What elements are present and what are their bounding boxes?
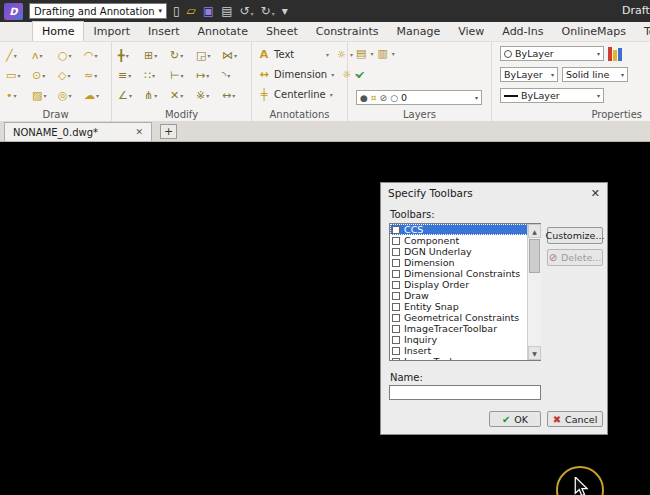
tab-add-ins[interactable]: Add-Ins [493, 22, 552, 41]
line-icon[interactable]: ╱▾ [6, 45, 32, 65]
toolbar-list-item[interactable]: Entity Snap [390, 301, 540, 312]
ellipse-icon[interactable]: ⊙▾ [32, 65, 58, 85]
tab-insert[interactable]: Insert [139, 22, 189, 41]
ring-icon[interactable]: ◎▾ [58, 85, 84, 105]
polygon-icon[interactable]: ◇▾ [58, 65, 84, 85]
checkbox[interactable] [392, 347, 400, 355]
document-tab[interactable]: NONAME_0.dwg* ✕ [4, 122, 152, 141]
toolbars-list[interactable]: CCSComponentDGN UnderlayDimensionDimensi… [389, 223, 541, 361]
checkbox[interactable] [392, 358, 400, 362]
toolbar-list-item[interactable]: Inquiry [390, 334, 540, 345]
checkbox[interactable] [392, 226, 400, 234]
toolbar-list-item[interactable]: Layer Tools [390, 356, 540, 361]
name-input[interactable] [389, 385, 541, 400]
checkbox[interactable] [392, 336, 400, 344]
tab-view[interactable]: View [449, 22, 493, 41]
checkbox[interactable] [392, 314, 400, 322]
scale-icon[interactable]: ◲▾ [196, 45, 222, 65]
annotation-centerline-button[interactable]: ╪Centerline▾ [258, 86, 358, 103]
open-icon[interactable]: ▱ [187, 5, 196, 17]
toolbar-list-item[interactable]: CCS [390, 224, 540, 235]
tab-toolbox[interactable]: Toolbox [635, 22, 650, 41]
toolbar-list-item[interactable]: Dimension [390, 257, 540, 268]
list-scrollbar[interactable]: ▲ ▼ [527, 224, 541, 360]
move-icon[interactable]: ╋▾ [118, 45, 144, 65]
pattern-icon[interactable]: ∷▾ [144, 65, 170, 85]
undo-icon[interactable]: ↺▾ [240, 5, 254, 17]
toolbar-list-item[interactable]: Dimensional Constraints [390, 268, 540, 279]
app-logo-icon[interactable]: D [4, 3, 23, 20]
properties-painter-icon[interactable] [608, 47, 622, 61]
fillet-icon[interactable]: ◝▾ [222, 65, 248, 85]
annotation-text-button[interactable]: AText▾☼▾ [258, 46, 358, 63]
polyline-icon[interactable]: ʌ▾ [32, 45, 58, 65]
erase-icon[interactable]: ✕▾ [170, 85, 196, 105]
tab-constraints[interactable]: Constraints [307, 22, 388, 41]
toolbar-list-item[interactable]: Display Order [390, 279, 540, 290]
checkbox[interactable] [392, 270, 400, 278]
toolbar-list-item[interactable]: ImageTracerToolbar [390, 323, 540, 334]
toolbar-list-item[interactable]: Insert [390, 345, 540, 356]
customize-button[interactable]: Customize... [547, 227, 603, 244]
text-style-icon[interactable]: ☼ [337, 49, 346, 60]
copy-icon[interactable]: ⊞▾ [144, 45, 170, 65]
redo-icon[interactable]: ↻▾ [261, 5, 275, 17]
cloud-icon[interactable]: ☁▾ [84, 85, 110, 105]
spline-icon[interactable]: ≈▾ [84, 65, 110, 85]
toolbar-list-item[interactable]: Geometrical Constraints [390, 312, 540, 323]
linestyle-select[interactable]: Solid line ▾ [562, 67, 628, 82]
offset-icon[interactable]: ≡▾ [118, 65, 144, 85]
toolbar-list-item[interactable]: DGN Underlay [390, 246, 540, 257]
save-icon[interactable]: ▣ [203, 5, 214, 17]
hatch-icon[interactable]: ▨▾ [32, 85, 58, 105]
point-icon[interactable]: •▾ [6, 85, 32, 105]
linewidth-select[interactable]: ByLayer ▾ [500, 88, 604, 103]
rotate-icon[interactable]: ↻▾ [170, 45, 196, 65]
mirror-icon[interactable]: ⋈▾ [222, 45, 248, 65]
trim-icon[interactable]: ⊢▾ [170, 65, 196, 85]
checkbox[interactable] [392, 325, 400, 333]
rectangle-icon[interactable]: ▭▾ [6, 65, 32, 85]
tab-annotate[interactable]: Annotate [189, 22, 257, 41]
scroll-up-icon[interactable]: ▲ [528, 224, 541, 238]
scrollbar-thumb[interactable] [529, 239, 540, 273]
close-icon[interactable]: ✕ [591, 187, 600, 200]
tab-manage[interactable]: Manage [387, 22, 449, 41]
checkbox[interactable] [392, 248, 400, 256]
new-file-icon[interactable]: ▯ [173, 5, 180, 17]
new-tab-button[interactable]: + [160, 124, 177, 139]
extend-icon[interactable]: ↦▾ [196, 65, 222, 85]
tab-onlinemaps[interactable]: OnlineMaps [553, 22, 635, 41]
checkbox[interactable] [392, 292, 400, 300]
layer-check-icon[interactable]: ✔ [356, 69, 365, 82]
split-icon[interactable]: ⋔▾ [144, 85, 170, 105]
checkbox[interactable] [392, 281, 400, 289]
circle-icon[interactable]: ○▾ [58, 45, 84, 65]
toolbar-list-item[interactable]: Component [390, 235, 540, 246]
print-icon[interactable]: ▤ [221, 5, 232, 17]
checkbox[interactable] [392, 237, 400, 245]
layer-states-icon[interactable]: ▥ [377, 47, 387, 60]
close-icon[interactable]: ✕ [135, 127, 143, 137]
annotation-dimension-button[interactable]: ↔Dimension▾☼▾ [258, 66, 358, 83]
tab-import[interactable]: Import [84, 22, 139, 41]
ok-button[interactable]: ✔ OK [489, 411, 541, 427]
chamfer-icon[interactable]: ∠▾ [118, 85, 144, 105]
tab-home[interactable]: Home [32, 21, 84, 41]
quick-access-customize-icon[interactable]: ▾ [282, 5, 288, 17]
explode-icon[interactable]: ※▾ [196, 85, 222, 105]
scroll-down-icon[interactable]: ▼ [528, 346, 541, 360]
arc-icon[interactable]: ◠▾ [84, 45, 110, 65]
layer-select[interactable]: ● ¤ ⊘ ○ 0 ▾ [356, 90, 482, 105]
checkbox[interactable] [392, 303, 400, 311]
workspace-dropdown[interactable]: Drafting and Annotation ▾ [29, 3, 167, 19]
checkbox[interactable] [392, 259, 400, 267]
tab-sheet[interactable]: Sheet [257, 22, 307, 41]
line-color-select[interactable]: ByLayer ▾ [500, 46, 604, 61]
layer-manager-icon[interactable]: ▤ [356, 47, 366, 60]
dialog-title-bar[interactable]: Specify Toolbars ✕ [381, 183, 607, 203]
toolbar-list-item[interactable]: Draw [390, 290, 540, 301]
lineweight-select[interactable]: ByLayer ▾ [500, 67, 558, 82]
cancel-button[interactable]: ✖ Cancel [547, 411, 603, 427]
stretch-icon[interactable]: ↔▾ [222, 85, 248, 105]
